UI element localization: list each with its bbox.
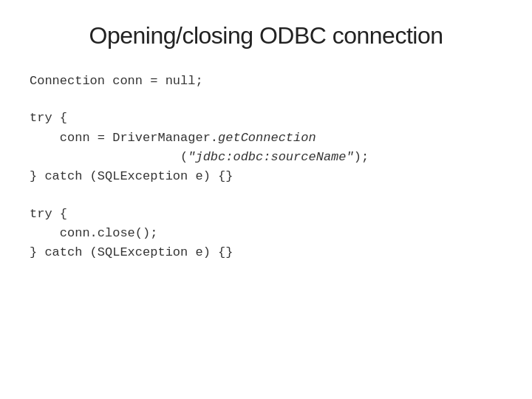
code-line: ("jdbc:odbc:sourceName");: [30, 148, 502, 167]
code-line: try {: [30, 205, 502, 224]
code-block-try-close: try { conn.close(); } catch (SQLExceptio…: [30, 205, 502, 263]
slide: Opening/closing ODBC connection Connecti…: [0, 0, 532, 399]
code-line: Connection conn = null;: [30, 72, 502, 91]
code-line: } catch (SQLException e) {}: [30, 167, 502, 186]
code-block-try-open: try { conn = DriverManager.getConnection…: [30, 109, 502, 186]
code-line: conn.close();: [30, 224, 502, 243]
code-line: } catch (SQLException e) {}: [30, 243, 502, 262]
code-section: Connection conn = null; try { conn = Dri…: [30, 72, 502, 281]
code-line: conn = DriverManager.getConnection: [30, 129, 502, 148]
code-block-declaration: Connection conn = null;: [30, 72, 502, 91]
slide-title: Opening/closing ODBC connection: [30, 22, 502, 50]
code-line: try {: [30, 109, 502, 128]
